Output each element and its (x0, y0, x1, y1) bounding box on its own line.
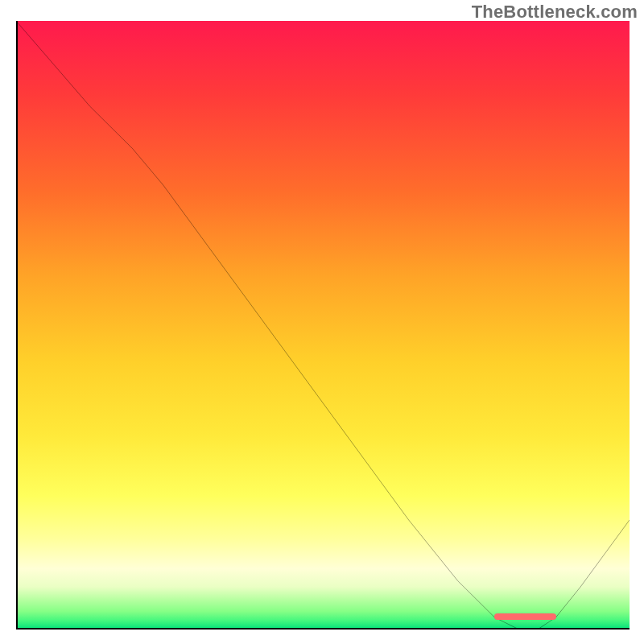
watermark-text: TheBottleneck.com (472, 2, 638, 23)
heatmap-gradient (16, 21, 630, 630)
optimal-range-marker (494, 613, 555, 620)
chart-container: TheBottleneck.com (0, 0, 644, 644)
y-axis (16, 21, 18, 630)
x-axis (16, 628, 630, 630)
